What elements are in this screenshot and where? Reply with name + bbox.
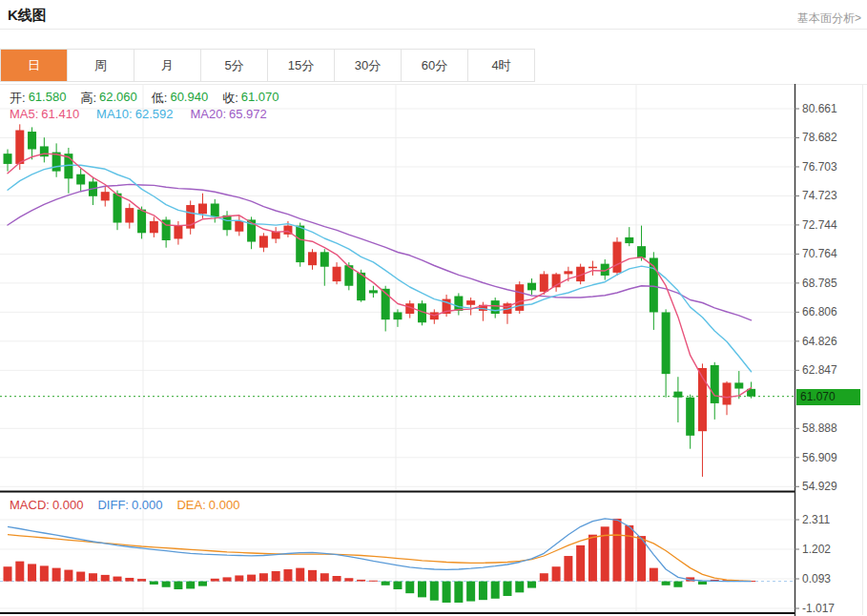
macd-axis-label: 1.202 [802, 543, 831, 556]
ma5-value: 61.410 [41, 107, 79, 121]
fundamental-analysis-link[interactable]: 基本面分析> [797, 10, 861, 27]
macd-axis-label: 2.311 [802, 513, 830, 526]
macd-value: 0.000 [52, 498, 84, 512]
ma-legend: MA5:61.410 MA10:62.592 MA20:65.972 [10, 107, 267, 121]
tab-5min[interactable]: 5分 [201, 50, 268, 81]
price-axis-label: 70.764 [802, 247, 837, 260]
period-tabs: 日周月5分15分30分60分4时 [0, 49, 535, 82]
tab-month[interactable]: 月 [134, 50, 201, 81]
macd-legend: MACD:0.000 DIFF:0.000 DEA:0.000 [10, 498, 239, 512]
current-price-badge: 61.070 [796, 389, 860, 405]
ma20-value: 65.972 [229, 107, 267, 121]
tab-week[interactable]: 周 [68, 50, 134, 81]
tab-30min[interactable]: 30分 [335, 50, 402, 81]
price-axis-label: 76.703 [802, 160, 837, 174]
price-axis-label: 54.929 [802, 480, 837, 493]
right-edge-border [862, 84, 863, 615]
ohlc-legend: 开:61.580 高:62.060 低:60.940 收:61.070 [10, 90, 279, 107]
low-value: 60.940 [170, 90, 208, 107]
high-value: 62.060 [99, 90, 137, 107]
price-axis-label: 74.723 [802, 189, 837, 202]
header-divider [0, 29, 867, 30]
price-axis-label: 78.682 [802, 131, 837, 144]
price-axis-label: 58.888 [802, 421, 837, 435]
open-label: 开: [10, 90, 26, 107]
close-label: 收: [222, 90, 238, 107]
tab-day[interactable]: 日 [1, 50, 68, 81]
kline-page: K线图 基本面分析> 日周月5分15分30分60分4时 开:61.580 高:6… [0, 0, 867, 616]
low-label: 低: [152, 90, 168, 107]
diff-label: DIFF: [97, 498, 129, 512]
ma20-label: MA20: [190, 107, 226, 121]
price-axis-label: 80.661 [802, 102, 837, 115]
price-axis-label: 64.826 [802, 335, 837, 348]
price-axis-label: 72.744 [802, 218, 837, 232]
high-label: 高: [80, 90, 96, 107]
open-value: 61.580 [29, 90, 67, 107]
page-title: K线图 [8, 7, 47, 25]
tab-15min[interactable]: 15分 [268, 50, 335, 81]
macd-axis-label: 0.093 [802, 572, 831, 585]
dea-label: DEA: [176, 498, 205, 512]
tab-4hour[interactable]: 4时 [468, 50, 534, 81]
macd-axis-label: -1.017 [802, 602, 835, 615]
macd-label: MACD: [10, 498, 50, 512]
dea-value: 0.000 [209, 498, 240, 512]
close-value: 61.070 [241, 90, 279, 107]
price-axis-label: 56.909 [802, 451, 837, 464]
ma10-value: 62.592 [135, 107, 174, 121]
kline-chart[interactable] [0, 84, 867, 493]
diff-value: 0.000 [132, 498, 163, 512]
ma5-label: MA5: [10, 107, 38, 121]
price-axis-label: 68.785 [802, 277, 837, 290]
ma10-label: MA10: [96, 107, 133, 121]
price-axis-label: 66.806 [802, 305, 837, 318]
tab-60min[interactable]: 60分 [402, 50, 468, 81]
price-axis-label: 62.847 [802, 363, 837, 377]
